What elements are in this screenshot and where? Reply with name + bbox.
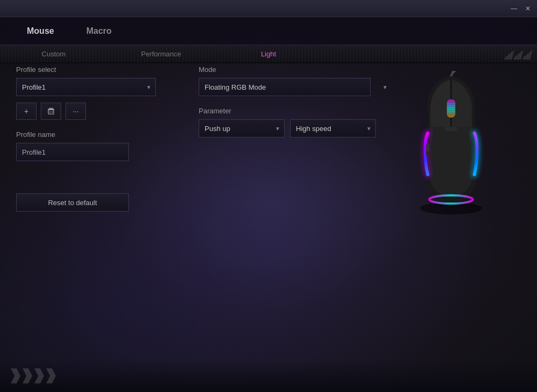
mode-select-wrapper: Floating RGB Mode Static Breathing Wave … [199,78,392,96]
tab-custom[interactable]: Custom [0,45,107,62]
profile-select[interactable]: Profile1 Profile2 Profile3 [16,78,156,96]
reset-default-button[interactable]: Reset to default [16,193,129,212]
center-panel: Mode Floating RGB Mode Static Breathing … [199,66,392,137]
profile-select-wrapper: Profile1 Profile2 Profile3 ▼ [16,78,156,96]
profile-name-input[interactable] [16,143,129,161]
close-button[interactable]: ✕ [521,3,535,14]
nav-mouse[interactable]: Mouse [11,26,70,36]
svg-rect-1 [49,108,53,109]
tab-bar: Custom Performance Light [0,45,537,63]
mouse-illustration [397,71,505,221]
main-container: Mouse Macro Custom Performance Light Pro… [0,17,537,392]
profile-btn-group: + ··· [16,103,156,120]
svg-rect-18 [445,127,457,131]
parameter-row: Push up Push down Push left Push right ▼… [199,119,392,137]
delete-profile-button[interactable] [41,103,61,120]
left-panel: Profile select Profile1 Profile2 Profile… [16,66,156,212]
nav-macro[interactable]: Macro [70,26,128,36]
param-direction-select[interactable]: Push up Push down Push left Push right [199,119,285,137]
svg-rect-17 [426,151,430,157]
add-profile-button[interactable]: + [16,103,37,120]
title-bar: — ✕ [0,0,537,17]
param-speed-select[interactable]: High speed Medium speed Low speed [290,119,376,137]
tab-decorations [506,48,532,60]
minimize-button[interactable]: — [507,3,521,14]
top-nav: Mouse Macro [0,17,537,45]
mode-select[interactable]: Floating RGB Mode Static Breathing Wave [199,78,371,96]
profile-name-label: Profile name [16,130,156,139]
mode-label: Mode [199,66,392,74]
more-options-button[interactable]: ··· [66,103,86,120]
profile-select-label: Profile select [16,66,156,74]
mouse-image-area [397,71,521,243]
bottom-chevrons [11,368,56,383]
tab-light[interactable]: Light [215,45,322,62]
svg-rect-14 [447,99,455,118]
mode-select-arrow: ▼ [382,84,388,90]
tab-performance[interactable]: Performance [107,45,215,62]
parameter-label: Parameter [199,107,392,115]
svg-rect-2 [48,110,54,114]
bottom-bar [0,360,537,392]
